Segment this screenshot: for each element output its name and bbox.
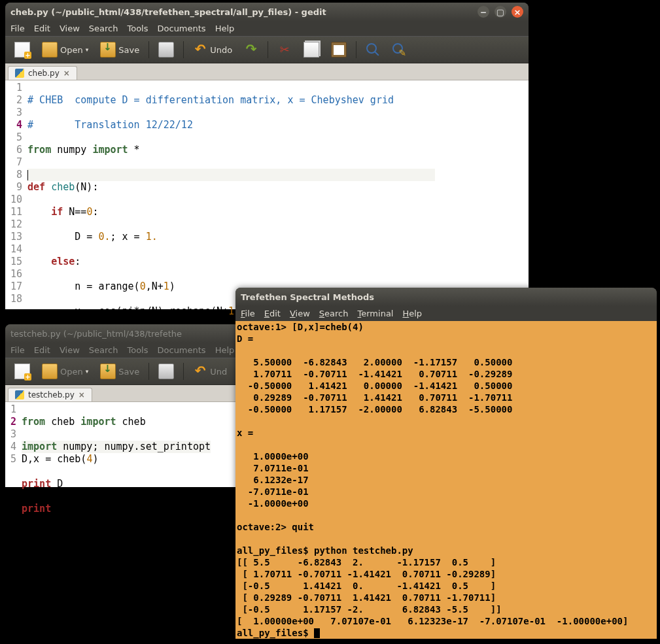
menu-search[interactable]: Search [89,24,118,33]
new-file-icon [14,364,30,379]
paste-button[interactable] [327,39,351,60]
titlebar[interactable]: Trefethen Spectral Methods [235,288,657,306]
line-number-gutter: 1 2 3 4 5 [5,402,20,487]
menu-help[interactable]: Help [215,24,235,33]
chevron-down-icon[interactable]: ▾ [86,368,89,375]
menu-view[interactable]: View [60,345,80,355]
save-button[interactable]: Save [96,39,143,60]
terminal-cursor [314,628,320,638]
find-button[interactable] [362,40,384,59]
python-file-icon [15,69,24,78]
find-replace-icon [392,42,406,57]
tab-label: cheb.py [28,69,60,78]
toolbar: Open▾ Save ↶Undo ↷ ✂ [5,36,529,63]
close-icon[interactable]: × [512,6,523,18]
menubar: File Edit View Search Terminal Help [235,306,657,321]
menu-file[interactable]: File [241,309,255,318]
menu-documents[interactable]: Documents [158,24,206,33]
save-button[interactable]: Save [96,361,143,382]
undo-icon: ↶ [193,42,207,57]
tab-testcheb[interactable]: testcheb.py × [8,388,92,401]
python-file-icon [15,390,24,399]
open-label: Open [60,367,83,377]
tab-close-icon[interactable]: × [63,69,70,78]
replace-button[interactable] [388,40,410,59]
undo-icon: ↶ [193,364,207,379]
separator [268,41,268,58]
open-button[interactable]: Open▾ [38,361,92,382]
menu-edit[interactable]: Edit [264,309,281,318]
print-button[interactable] [154,39,178,60]
menu-help[interactable]: Help [215,345,235,355]
redo-button[interactable]: ↷ [240,40,262,59]
print-icon [158,364,174,379]
minimize-icon[interactable]: ‒ [478,6,489,18]
save-icon [100,364,116,379]
window-title: testcheb.py (~/public_html/438/trefethe [10,329,182,339]
code-area[interactable]: from cheb import cheb import numpy; nump… [20,402,215,487]
open-folder-icon [42,364,58,379]
cut-icon: ✂ [277,42,292,57]
menu-help[interactable]: Help [402,309,422,318]
print-icon [158,42,174,58]
copy-button[interactable] [300,39,323,60]
undo-button[interactable]: ↶Undo [189,40,236,59]
open-button[interactable]: Open▾ [38,39,92,60]
separator [148,41,149,58]
tab-cheb[interactable]: cheb.py × [8,66,77,80]
new-file-icon [14,42,30,58]
open-folder-icon [42,42,58,58]
menu-file[interactable]: File [10,345,25,355]
undo-button[interactable]: ↶Und [189,362,231,381]
copy-icon [304,42,319,58]
chevron-down-icon[interactable]: ▾ [86,46,89,53]
search-icon [366,42,380,57]
menubar: File Edit View Search Tools Documents He… [5,21,529,36]
window-title: Trefethen Spectral Methods [241,292,374,302]
menu-search[interactable]: Search [319,309,349,318]
tab-label: testcheb.py [28,390,75,399]
undo-label: Undo [210,45,232,55]
cut-button[interactable]: ✂ [273,40,296,59]
menu-documents[interactable]: Documents [158,345,206,355]
undo-label: Und [210,367,227,377]
menu-terminal[interactable]: Terminal [358,309,394,318]
menu-edit[interactable]: Edit [34,345,50,355]
redo-icon: ↷ [244,42,258,57]
menu-search[interactable]: Search [89,345,118,355]
menu-view[interactable]: View [60,24,80,33]
terminal-window: Trefethen Spectral Methods File Edit Vie… [235,288,657,639]
new-button[interactable] [10,361,34,382]
open-label: Open [60,45,83,55]
separator [356,41,356,58]
maximize-icon[interactable]: ▢ [495,6,506,18]
menu-view[interactable]: View [290,309,310,318]
separator [183,363,184,380]
paste-icon [331,42,347,58]
new-button[interactable] [10,39,34,60]
line-number-gutter: 1 2 3 4 5 6 7 8 9 10 11 12 13 14 15 16 1… [5,80,26,309]
save-label: Save [118,45,139,55]
terminal-output[interactable]: octave:1> [D,x]=cheb(4) D = 5.50000 -6.8… [235,321,657,639]
window-title: cheb.py (~/public_html/438/trefethen_spe… [10,7,326,17]
save-label: Save [118,367,139,377]
separator [148,363,149,380]
menu-file[interactable]: File [10,24,25,33]
code-editor[interactable]: 1 2 3 4 5 6 7 8 9 10 11 12 13 14 15 16 1… [5,80,529,309]
menu-tools[interactable]: Tools [127,24,148,33]
save-icon [100,42,116,58]
tab-bar: cheb.py × [5,63,529,80]
gedit-window-1: cheb.py (~/public_html/438/trefethen_spe… [5,3,529,309]
menu-tools[interactable]: Tools [127,345,148,355]
separator [183,41,184,58]
menu-edit[interactable]: Edit [34,24,50,33]
text-cursor [27,170,28,180]
tab-close-icon[interactable]: × [78,390,85,399]
titlebar[interactable]: cheb.py (~/public_html/438/trefethen_spe… [5,3,529,21]
code-area[interactable]: # CHEB compute D = differentiation matri… [26,80,439,309]
terminal-text: octave:1> [D,x]=cheb(4) D = 5.50000 -6.8… [237,322,628,638]
print-button[interactable] [154,361,178,382]
